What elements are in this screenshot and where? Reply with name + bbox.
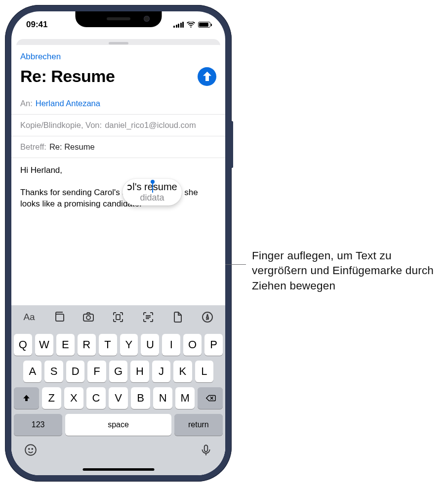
camera-icon[interactable] [77,307,100,327]
key-return[interactable]: return [174,414,223,436]
emoji-button[interactable] [24,444,37,458]
cancel-button[interactable]: Abbrechen [20,52,61,61]
compose-sheet: Abbrechen Re: Resume An: Herland Antezan… [11,45,225,475]
key-i[interactable]: I [162,334,180,356]
cellular-signal-icon [173,22,184,28]
key-w[interactable]: W [35,334,53,356]
key-s[interactable]: S [44,361,63,382]
markup-icon[interactable] [196,307,219,327]
dictation-button[interactable] [200,444,212,458]
key-backspace[interactable] [198,387,223,409]
svg-rect-3 [116,315,120,320]
key-f[interactable]: F [87,361,106,382]
earpiece [107,17,130,20]
body-greeting: Hi Herland, [20,165,216,176]
key-b[interactable]: B [131,387,150,409]
keyboard-row-2: A S D F G H J K L [11,361,225,382]
send-button[interactable] [198,67,216,86]
svg-point-5 [25,445,36,455]
key-o[interactable]: O [183,334,202,356]
cc-label: Kopie/Blindkopie, Von: [20,121,102,130]
field-to[interactable]: An: Herland Antezana [11,93,225,115]
key-space[interactable]: space [65,414,171,436]
key-u[interactable]: U [141,334,159,356]
key-t[interactable]: T [99,334,117,356]
key-n[interactable]: N [153,387,172,409]
field-cc-bcc-from[interactable]: Kopie/Blindkopie, Von: daniel_rico1@iclo… [11,115,225,136]
key-q[interactable]: Q [14,334,32,356]
key-x[interactable]: X [64,387,83,409]
to-label: An: [20,99,33,108]
key-d[interactable]: D [66,361,84,382]
key-p[interactable]: P [204,334,223,356]
svg-rect-8 [204,445,208,451]
svg-point-6 [29,448,30,449]
key-c[interactable]: C [86,387,106,409]
key-h[interactable]: H [130,361,149,382]
svg-point-2 [86,316,90,320]
arrow-up-icon [203,72,211,81]
compose-body[interactable]: Hi Herland, Thanks for sending Carol's r… [11,158,225,305]
key-r[interactable]: R [78,334,96,356]
key-m[interactable]: M [175,387,195,409]
key-l[interactable]: L [195,361,213,382]
key-z[interactable]: Z [42,387,61,409]
svg-point-4 [203,312,212,322]
key-v[interactable]: V [109,387,128,409]
attach-file-icon[interactable] [166,307,189,327]
key-shift[interactable] [14,387,39,409]
key-a[interactable]: A [23,361,41,382]
screen: 09:41 Abbrechen Re: Resume A [11,11,225,475]
keyboard-row-1: Q W E R T Y U I O P [11,334,225,356]
key-numbers[interactable]: 123 [14,414,62,436]
field-subject[interactable]: Betreff: Re: Resume [11,136,225,158]
from-value: daniel_rico1@icloud.com [105,121,196,130]
body-text-before-caret: Thanks for sending Carol's re [20,188,130,197]
svg-point-7 [32,448,33,449]
svg-rect-0 [56,314,64,321]
battery-icon [198,22,210,28]
status-time: 09:41 [26,20,47,30]
key-g[interactable]: G [109,361,127,382]
home-indicator[interactable] [82,468,154,471]
sheet-grabber[interactable] [109,42,128,44]
photo-library-icon[interactable] [47,307,70,327]
magnifier-text-line2: didata [140,193,164,203]
scan-document-icon[interactable] [107,307,129,327]
scan-text-icon[interactable] [137,307,160,327]
keyboard-row-3: Z X C V B N M [11,387,225,409]
key-j[interactable]: J [152,361,170,382]
key-y[interactable]: Y [120,334,138,356]
keyboard: Aa Q W E R T Y [11,305,225,475]
keyboard-toolbar: Aa [11,305,225,329]
key-k[interactable]: K [173,361,192,382]
compose-title: Re: Resume [20,67,115,86]
side-button [231,121,233,168]
subject-label: Betreff: [20,142,46,152]
text-magnifier-loupe: ɔl's resume didata [122,179,182,205]
keyboard-row-4: 123 space return [11,414,225,436]
key-e[interactable]: E [56,334,75,356]
subject-value: Re: Resume [49,142,95,152]
body-paragraph: Thanks for sending Carol's resumé I agre… [20,187,216,210]
iphone-device-frame: 09:41 Abbrechen Re: Resume A [5,5,232,482]
magnifier-caret [152,182,153,193]
wifi-icon [187,22,195,28]
to-recipient[interactable]: Herland Antezana [36,99,100,108]
text-format-icon[interactable]: Aa [18,307,41,327]
callout-text: Finger auflegen, um Text zu vergrößern u… [252,248,437,293]
